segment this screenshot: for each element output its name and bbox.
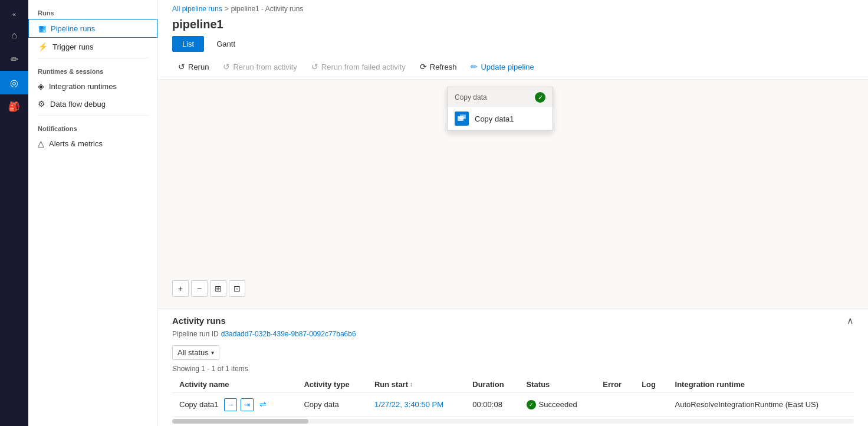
rerun-from-activity-button[interactable]: ↺ Rerun from activity [217,59,303,74]
fit-button[interactable]: ⊞ [210,280,226,297]
runs-section-label: Runs [28,2,157,19]
cell-error [596,393,634,417]
sidebar-item-integration-runtimes-label: Integration runtimes [49,82,117,91]
page-title: pipeline1 [158,15,868,36]
rail-collapse-button[interactable]: « [0,5,28,24]
col-duration: Duration [465,376,519,393]
status-text: Succeeded [539,400,577,409]
update-pipeline-button[interactable]: ✏ Update pipeline [465,59,540,74]
pipeline-run-id-label: Pipeline run ID [172,330,219,338]
col-error: Error [596,376,634,393]
rerun-from-failed-icon: ↺ [311,62,318,71]
sidebar-divider-1 [38,58,148,58]
sidebar-item-trigger-runs[interactable]: ⚡ Trigger runs [28,38,157,55]
col-integration-runtime: Integration runtime [668,376,854,393]
col-status: Status [520,376,596,393]
cell-status: ✓ Succeeded [520,393,596,417]
rerun-button[interactable]: ↺ Rerun [172,59,215,74]
cell-log [634,393,668,417]
refresh-label: Refresh [430,63,457,71]
zoom-out-button[interactable]: − [191,280,208,297]
col-activity-name: Activity name [172,376,297,393]
copy-data1-item[interactable]: Copy data1 [448,107,553,130]
sidebar-item-integration-runtimes[interactable]: ◈ Integration runtimes [28,77,157,95]
rerun-icon: ↺ [178,62,185,71]
icon-rail: « ⌂ ✏ ◎ 🎒 [0,0,28,426]
update-pipeline-label: Update pipeline [481,63,534,71]
collapse-arrow[interactable]: ∧ [847,315,854,326]
notifications-section-label: Notifications [28,118,157,135]
row-action-goto[interactable]: → [224,398,237,411]
status-success-icon: ✓ [527,400,536,409]
cell-duration: 00:00:08 [465,393,519,417]
briefcase-icon[interactable]: 🎒 [0,94,28,118]
sidebar-item-pipeline-runs-label: Pipeline runs [51,24,95,33]
monitor-icon[interactable]: ◎ [0,71,28,94]
status-filter-dropdown[interactable]: All status ▾ [172,345,219,360]
fullscreen-button[interactable]: ⊡ [229,280,245,297]
pipeline-run-id-row: Pipeline run ID d3adadd7-032b-439e-9b87-… [158,330,868,343]
sidebar-item-alerts-metrics-label: Alerts & metrics [49,139,103,148]
tab-gantt[interactable]: Gantt [206,36,245,52]
col-activity-type: Activity type [297,376,367,393]
table-row: Copy data1 → ⇥ ⇌ Copy data 1/27/22, 3:40… [172,393,854,417]
trigger-runs-icon: ⚡ [38,42,48,51]
copy-data-icon [455,112,469,126]
horizontal-scrollbar[interactable] [172,419,854,424]
rerun-from-failed-label: Rerun from failed activity [321,63,406,71]
col-run-start[interactable]: Run start ↕ [367,376,465,393]
edit-icon[interactable]: ✏ [0,47,28,71]
filter-row: All status ▾ [158,343,868,363]
breadcrumb-parent-link[interactable]: All pipeline runs [172,5,222,13]
rerun-from-failed-button[interactable]: ↺ Rerun from failed activity [305,59,412,74]
runtimes-section-label: Runtimes & sessions [28,61,157,77]
copy-data-dropdown: Copy data ✓ Copy data1 [447,87,553,131]
table-container: Activity name Activity type Run start ↕ … [158,376,868,417]
activity-runs-section: Activity runs ∧ Pipeline run ID d3adadd7… [158,309,868,426]
scrollbar-thumb[interactable] [172,419,308,424]
integration-runtimes-icon: ◈ [38,81,44,91]
activity-runs-table: Activity name Activity type Run start ↕ … [172,376,854,417]
tab-list[interactable]: List [172,36,204,52]
refresh-button[interactable]: ⟳ Refresh [414,59,463,74]
main-content: All pipeline runs > pipeline1 - Activity… [158,0,868,426]
toolbar: ↺ Rerun ↺ Rerun from activity ↺ Rerun fr… [158,57,868,80]
cell-integration-runtime: AutoResolveIntegrationRuntime (East US) [668,393,854,417]
status-succeeded: ✓ Succeeded [527,400,589,409]
dropdown-header-label: Copy data [455,93,487,101]
activity-runs-title: Activity runs [172,316,226,326]
zoom-in-button[interactable]: + [172,280,189,297]
sidebar-item-trigger-runs-label: Trigger runs [52,42,94,51]
showing-text: Showing 1 - 1 of 1 items [158,363,868,376]
dropdown-check-icon: ✓ [535,92,545,103]
chevron-down-icon: ▾ [211,349,214,356]
sidebar-divider-2 [38,115,148,116]
breadcrumb-separator: > [225,5,229,13]
sidebar-item-data-flow-debug-label: Data flow debug [50,100,106,109]
cell-run-start: 1/27/22, 3:40:50 PM [367,393,465,417]
status-filter-label: All status [177,348,209,357]
data-flow-debug-icon: ⚙ [38,99,45,109]
sort-icon: ↕ [410,381,413,388]
cell-activity-type: Copy data [297,393,367,417]
update-pipeline-icon: ✏ [471,62,478,71]
tabs-bar: List Gantt [158,36,868,52]
row-action-rerun[interactable]: ⇥ [241,398,254,411]
refresh-icon: ⟳ [420,62,427,71]
copy-data1-label: Copy data1 [475,114,514,123]
sidebar-item-pipeline-runs[interactable]: ▦ Pipeline runs [28,19,157,38]
col-log: Log [634,376,668,393]
col-run-start-sort: Run start ↕ [374,380,413,389]
rerun-from-activity-label: Rerun from activity [233,63,297,71]
canvas-mini-toolbar: + − ⊞ ⊡ [172,280,245,297]
rerun-from-activity-icon: ↺ [223,62,230,71]
table-header-row: Activity name Activity type Run start ↕ … [172,376,854,393]
sidebar-item-alerts-metrics[interactable]: △ Alerts & metrics [28,135,157,152]
rerun-label: Rerun [188,63,209,71]
canvas-area: Copy data ✓ Copy data1 + − ⊞ ⊡ [158,80,868,309]
sidebar-item-data-flow-debug[interactable]: ⚙ Data flow debug [28,95,157,113]
home-icon[interactable]: ⌂ [0,24,28,47]
row-action-link[interactable]: ⇌ [257,398,269,411]
activity-name-text: Copy data1 [179,400,219,409]
dropdown-header: Copy data ✓ [448,87,553,107]
